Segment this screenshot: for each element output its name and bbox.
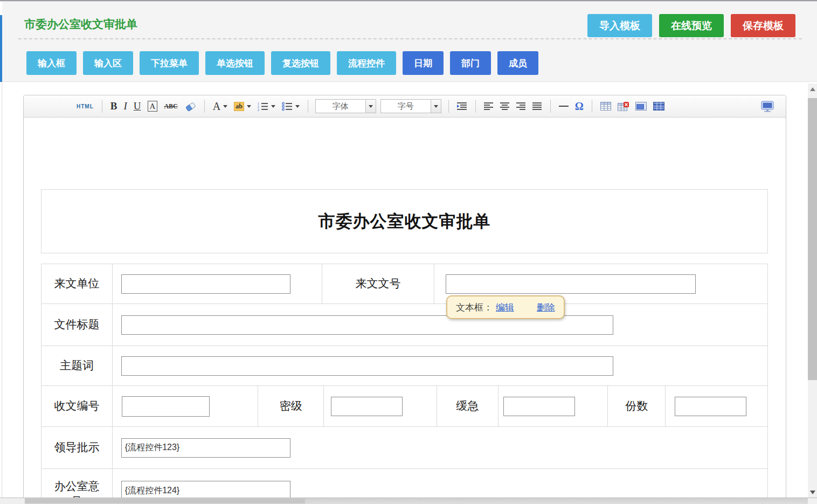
scroll-down-button[interactable] xyxy=(808,488,817,496)
leader-comments-input[interactable] xyxy=(121,438,290,458)
remove-format-button[interactable] xyxy=(181,98,199,114)
maximize-editor-button[interactable] xyxy=(758,98,777,114)
document-number-input[interactable] xyxy=(446,274,696,294)
form-control-buttons: 输入框 输入区 下拉菜单 单选按钮 复选按钮 流程控件 日期 部门 成员 xyxy=(26,51,538,75)
textbox-context-tooltip: 文本框： 编辑 删除 xyxy=(446,295,565,319)
form-title-block[interactable]: 市委办公室收文审批单 xyxy=(41,189,768,253)
horizontal-scrollbar[interactable] xyxy=(0,498,817,504)
keywords-input[interactable] xyxy=(121,356,613,376)
underline-button[interactable]: U xyxy=(130,98,144,114)
font-size-dropdown-button[interactable] xyxy=(431,100,441,113)
label-document-title: 文件标题 xyxy=(54,317,99,332)
horizontal-rule-icon xyxy=(559,106,569,107)
align-left-button[interactable] xyxy=(481,98,497,114)
richtext-editor: HTML B I U A ABC A ab 1 2 xyxy=(23,95,786,504)
toolbar-separator xyxy=(308,100,308,113)
italic-button[interactable]: I xyxy=(120,98,130,114)
label-copies: 份数 xyxy=(625,398,648,413)
header-panel: 市委办公室收文审批单 导入模板 在线预览 保存模板 输入框 输入区 下拉菜单 单… xyxy=(2,2,817,82)
toolbar-separator xyxy=(592,100,592,113)
delete-link[interactable]: 删除 xyxy=(537,301,555,314)
table-properties-button[interactable] xyxy=(650,98,668,114)
special-char-button[interactable]: Ω xyxy=(572,98,587,114)
chevron-down-icon xyxy=(434,105,438,108)
font-family-value: 字体 xyxy=(316,100,365,113)
form-title: 市委办公室收文审批单 xyxy=(319,210,491,233)
source-unit-input[interactable] xyxy=(121,274,290,294)
table-row: 领导批示 xyxy=(41,427,767,469)
insert-table-button[interactable] xyxy=(597,98,614,114)
label-receipt-number: 收文编号 xyxy=(54,398,99,413)
template-actions: 导入模板 在线预览 保存模板 xyxy=(587,14,795,37)
page-left-border xyxy=(2,82,2,498)
svg-text:3: 3 xyxy=(258,108,259,111)
align-right-button[interactable] xyxy=(513,98,529,114)
font-size-select[interactable]: 字号 xyxy=(380,99,441,113)
chevron-down-icon xyxy=(247,105,251,108)
scroll-up-button[interactable] xyxy=(808,85,817,93)
chevron-down-icon xyxy=(369,105,373,108)
ordered-list-icon: 1 2 3 xyxy=(258,102,268,111)
add-input-box-button[interactable]: 输入框 xyxy=(26,51,77,75)
secrecy-input[interactable] xyxy=(331,397,403,416)
boxed-a-icon: A xyxy=(148,101,158,112)
highlight-color-button[interactable]: ab xyxy=(231,98,254,114)
indent-button[interactable] xyxy=(454,98,470,114)
add-member-button[interactable]: 成员 xyxy=(497,51,538,75)
vertical-scrollbar-thumb[interactable] xyxy=(808,98,817,380)
font-family-dropdown-button[interactable] xyxy=(365,100,376,113)
table-icon xyxy=(600,102,611,111)
horizontal-scrollbar-thumb[interactable] xyxy=(25,499,305,503)
add-checkbox-button[interactable]: 复选按钮 xyxy=(271,51,330,75)
editor-toolbar: HTML B I U A ABC A ab 1 2 xyxy=(24,95,786,118)
font-family-select[interactable]: 字体 xyxy=(315,99,376,113)
align-left-icon xyxy=(484,102,494,111)
strikethrough-button[interactable]: ABC xyxy=(161,98,181,114)
label-leader-comments: 领导批示 xyxy=(54,440,99,455)
align-center-icon xyxy=(500,102,510,111)
urgency-input[interactable] xyxy=(503,397,575,416)
delete-table-icon xyxy=(618,102,629,111)
toolbar-separator xyxy=(204,100,205,113)
bold-button[interactable]: B xyxy=(107,98,121,114)
delete-table-button[interactable] xyxy=(614,98,632,114)
align-center-button[interactable] xyxy=(497,98,513,114)
vertical-scrollbar[interactable] xyxy=(808,84,817,498)
chevron-down-icon xyxy=(223,105,227,108)
label-secrecy: 密级 xyxy=(280,398,302,413)
toolbar-separator xyxy=(475,100,476,113)
save-template-button[interactable]: 保存模板 xyxy=(731,14,795,37)
align-justify-button[interactable] xyxy=(529,98,545,114)
chevron-down-icon xyxy=(271,105,275,108)
cell-properties-button[interactable] xyxy=(632,98,650,114)
bullet-list-button[interactable] xyxy=(279,98,303,114)
eraser-icon xyxy=(184,101,196,112)
label-source-unit: 来文单位 xyxy=(54,276,99,291)
font-color-button[interactable]: A xyxy=(210,98,231,114)
font-color-a-icon: A xyxy=(213,100,220,113)
monitor-icon xyxy=(761,101,774,112)
indent-icon xyxy=(457,102,467,111)
add-dropdown-button[interactable]: 下拉菜单 xyxy=(140,51,199,75)
copies-input[interactable] xyxy=(675,397,746,416)
import-template-button[interactable]: 导入模板 xyxy=(587,14,652,37)
add-textarea-button[interactable]: 输入区 xyxy=(83,51,133,75)
label-urgency: 缓急 xyxy=(456,398,479,413)
edit-link[interactable]: 编辑 xyxy=(496,301,514,314)
add-department-button[interactable]: 部门 xyxy=(450,51,491,75)
add-flow-control-button[interactable]: 流程控件 xyxy=(337,51,396,75)
horizontal-rule-button[interactable] xyxy=(556,98,572,114)
receipt-number-input[interactable] xyxy=(122,396,210,417)
online-preview-button[interactable]: 在线预览 xyxy=(659,14,724,37)
toolbar-separator xyxy=(448,100,449,113)
table-row: 来文单位 来文文号 xyxy=(41,264,767,304)
label-keywords: 主题词 xyxy=(60,358,94,373)
add-date-button[interactable]: 日期 xyxy=(403,51,444,75)
html-source-button[interactable]: HTML xyxy=(73,98,97,114)
table-row: 主题词 xyxy=(41,346,767,386)
font-size-value: 字号 xyxy=(381,100,431,113)
ordered-list-button[interactable]: 1 2 3 xyxy=(254,98,279,114)
label-document-number: 来文文号 xyxy=(356,276,401,291)
border-text-button[interactable]: A xyxy=(144,98,161,114)
add-radio-button[interactable]: 单选按钮 xyxy=(205,51,265,75)
